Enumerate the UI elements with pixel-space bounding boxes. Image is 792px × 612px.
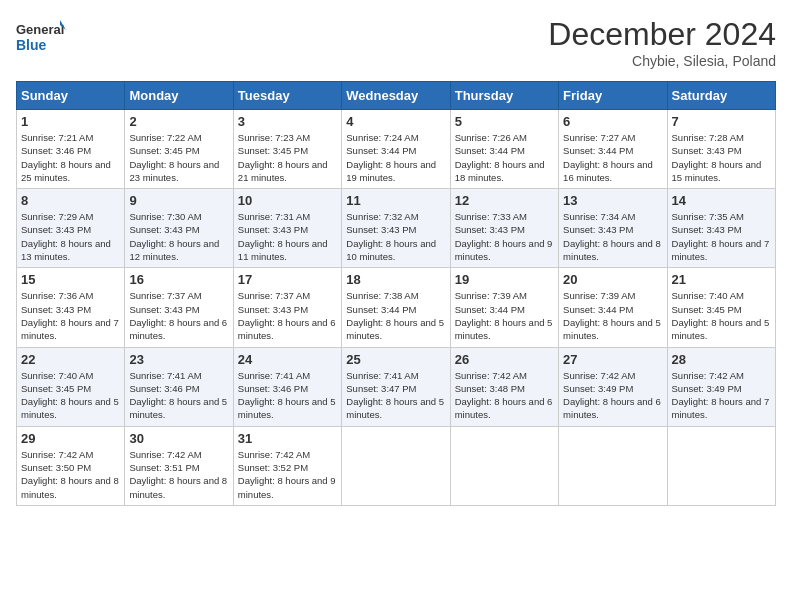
day-cell-27: 27 Sunrise: 7:42 AM Sunset: 3:49 PM Dayl… [559, 347, 667, 426]
day-details: Sunrise: 7:41 AM Sunset: 3:46 PM Dayligh… [238, 369, 337, 422]
day-number: 14 [672, 193, 771, 208]
page-header: General Blue December 2024 Chybie, Siles… [16, 16, 776, 69]
day-details: Sunrise: 7:42 AM Sunset: 3:50 PM Dayligh… [21, 448, 120, 501]
day-details: Sunrise: 7:30 AM Sunset: 3:43 PM Dayligh… [129, 210, 228, 263]
day-number: 22 [21, 352, 120, 367]
weekday-monday: Monday [125, 82, 233, 110]
day-details: Sunrise: 7:32 AM Sunset: 3:43 PM Dayligh… [346, 210, 445, 263]
day-details: Sunrise: 7:24 AM Sunset: 3:44 PM Dayligh… [346, 131, 445, 184]
day-number: 3 [238, 114, 337, 129]
day-details: Sunrise: 7:23 AM Sunset: 3:45 PM Dayligh… [238, 131, 337, 184]
day-details: Sunrise: 7:42 AM Sunset: 3:48 PM Dayligh… [455, 369, 554, 422]
calendar-row-2: 8 Sunrise: 7:29 AM Sunset: 3:43 PM Dayli… [17, 189, 776, 268]
day-number: 18 [346, 272, 445, 287]
calendar-row-4: 22 Sunrise: 7:40 AM Sunset: 3:45 PM Dayl… [17, 347, 776, 426]
day-cell-26: 26 Sunrise: 7:42 AM Sunset: 3:48 PM Dayl… [450, 347, 558, 426]
calendar-table: SundayMondayTuesdayWednesdayThursdayFrid… [16, 81, 776, 506]
day-cell-19: 19 Sunrise: 7:39 AM Sunset: 3:44 PM Dayl… [450, 268, 558, 347]
day-cell-20: 20 Sunrise: 7:39 AM Sunset: 3:44 PM Dayl… [559, 268, 667, 347]
day-number: 16 [129, 272, 228, 287]
day-cell-14: 14 Sunrise: 7:35 AM Sunset: 3:43 PM Dayl… [667, 189, 775, 268]
day-details: Sunrise: 7:31 AM Sunset: 3:43 PM Dayligh… [238, 210, 337, 263]
day-cell-11: 11 Sunrise: 7:32 AM Sunset: 3:43 PM Dayl… [342, 189, 450, 268]
day-details: Sunrise: 7:38 AM Sunset: 3:44 PM Dayligh… [346, 289, 445, 342]
weekday-header-row: SundayMondayTuesdayWednesdayThursdayFrid… [17, 82, 776, 110]
location-subtitle: Chybie, Silesia, Poland [548, 53, 776, 69]
day-cell-18: 18 Sunrise: 7:38 AM Sunset: 3:44 PM Dayl… [342, 268, 450, 347]
weekday-tuesday: Tuesday [233, 82, 341, 110]
day-number: 21 [672, 272, 771, 287]
logo-icon: General Blue [16, 16, 66, 60]
day-cell-10: 10 Sunrise: 7:31 AM Sunset: 3:43 PM Dayl… [233, 189, 341, 268]
day-details: Sunrise: 7:40 AM Sunset: 3:45 PM Dayligh… [672, 289, 771, 342]
calendar-row-5: 29 Sunrise: 7:42 AM Sunset: 3:50 PM Dayl… [17, 426, 776, 505]
day-cell-2: 2 Sunrise: 7:22 AM Sunset: 3:45 PM Dayli… [125, 110, 233, 189]
day-cell-4: 4 Sunrise: 7:24 AM Sunset: 3:44 PM Dayli… [342, 110, 450, 189]
day-number: 27 [563, 352, 662, 367]
day-number: 9 [129, 193, 228, 208]
day-details: Sunrise: 7:22 AM Sunset: 3:45 PM Dayligh… [129, 131, 228, 184]
day-details: Sunrise: 7:35 AM Sunset: 3:43 PM Dayligh… [672, 210, 771, 263]
day-number: 1 [21, 114, 120, 129]
day-cell-8: 8 Sunrise: 7:29 AM Sunset: 3:43 PM Dayli… [17, 189, 125, 268]
day-number: 12 [455, 193, 554, 208]
day-details: Sunrise: 7:41 AM Sunset: 3:46 PM Dayligh… [129, 369, 228, 422]
day-details: Sunrise: 7:42 AM Sunset: 3:49 PM Dayligh… [672, 369, 771, 422]
day-cell-31: 31 Sunrise: 7:42 AM Sunset: 3:52 PM Dayl… [233, 426, 341, 505]
weekday-thursday: Thursday [450, 82, 558, 110]
day-details: Sunrise: 7:29 AM Sunset: 3:43 PM Dayligh… [21, 210, 120, 263]
day-number: 24 [238, 352, 337, 367]
day-cell-21: 21 Sunrise: 7:40 AM Sunset: 3:45 PM Dayl… [667, 268, 775, 347]
day-number: 7 [672, 114, 771, 129]
day-number: 28 [672, 352, 771, 367]
day-details: Sunrise: 7:36 AM Sunset: 3:43 PM Dayligh… [21, 289, 120, 342]
day-number: 17 [238, 272, 337, 287]
day-number: 25 [346, 352, 445, 367]
title-block: December 2024 Chybie, Silesia, Poland [548, 16, 776, 69]
svg-text:General: General [16, 22, 64, 37]
day-cell-16: 16 Sunrise: 7:37 AM Sunset: 3:43 PM Dayl… [125, 268, 233, 347]
empty-cell [559, 426, 667, 505]
day-details: Sunrise: 7:41 AM Sunset: 3:47 PM Dayligh… [346, 369, 445, 422]
day-cell-3: 3 Sunrise: 7:23 AM Sunset: 3:45 PM Dayli… [233, 110, 341, 189]
day-number: 26 [455, 352, 554, 367]
day-details: Sunrise: 7:42 AM Sunset: 3:49 PM Dayligh… [563, 369, 662, 422]
day-number: 15 [21, 272, 120, 287]
day-number: 20 [563, 272, 662, 287]
day-number: 8 [21, 193, 120, 208]
day-cell-17: 17 Sunrise: 7:37 AM Sunset: 3:43 PM Dayl… [233, 268, 341, 347]
weekday-friday: Friday [559, 82, 667, 110]
calendar-row-1: 1 Sunrise: 7:21 AM Sunset: 3:46 PM Dayli… [17, 110, 776, 189]
day-details: Sunrise: 7:39 AM Sunset: 3:44 PM Dayligh… [455, 289, 554, 342]
day-details: Sunrise: 7:27 AM Sunset: 3:44 PM Dayligh… [563, 131, 662, 184]
day-details: Sunrise: 7:39 AM Sunset: 3:44 PM Dayligh… [563, 289, 662, 342]
svg-text:Blue: Blue [16, 37, 47, 53]
day-number: 29 [21, 431, 120, 446]
day-details: Sunrise: 7:21 AM Sunset: 3:46 PM Dayligh… [21, 131, 120, 184]
day-details: Sunrise: 7:42 AM Sunset: 3:51 PM Dayligh… [129, 448, 228, 501]
day-cell-22: 22 Sunrise: 7:40 AM Sunset: 3:45 PM Dayl… [17, 347, 125, 426]
day-number: 19 [455, 272, 554, 287]
month-title: December 2024 [548, 16, 776, 53]
day-cell-12: 12 Sunrise: 7:33 AM Sunset: 3:43 PM Dayl… [450, 189, 558, 268]
day-cell-1: 1 Sunrise: 7:21 AM Sunset: 3:46 PM Dayli… [17, 110, 125, 189]
day-cell-7: 7 Sunrise: 7:28 AM Sunset: 3:43 PM Dayli… [667, 110, 775, 189]
day-cell-25: 25 Sunrise: 7:41 AM Sunset: 3:47 PM Dayl… [342, 347, 450, 426]
weekday-wednesday: Wednesday [342, 82, 450, 110]
day-number: 30 [129, 431, 228, 446]
day-cell-28: 28 Sunrise: 7:42 AM Sunset: 3:49 PM Dayl… [667, 347, 775, 426]
calendar-row-3: 15 Sunrise: 7:36 AM Sunset: 3:43 PM Dayl… [17, 268, 776, 347]
day-cell-15: 15 Sunrise: 7:36 AM Sunset: 3:43 PM Dayl… [17, 268, 125, 347]
day-details: Sunrise: 7:34 AM Sunset: 3:43 PM Dayligh… [563, 210, 662, 263]
day-number: 2 [129, 114, 228, 129]
weekday-saturday: Saturday [667, 82, 775, 110]
weekday-sunday: Sunday [17, 82, 125, 110]
day-details: Sunrise: 7:26 AM Sunset: 3:44 PM Dayligh… [455, 131, 554, 184]
day-cell-13: 13 Sunrise: 7:34 AM Sunset: 3:43 PM Dayl… [559, 189, 667, 268]
day-cell-9: 9 Sunrise: 7:30 AM Sunset: 3:43 PM Dayli… [125, 189, 233, 268]
day-cell-30: 30 Sunrise: 7:42 AM Sunset: 3:51 PM Dayl… [125, 426, 233, 505]
day-number: 31 [238, 431, 337, 446]
day-details: Sunrise: 7:37 AM Sunset: 3:43 PM Dayligh… [129, 289, 228, 342]
empty-cell [342, 426, 450, 505]
day-number: 11 [346, 193, 445, 208]
